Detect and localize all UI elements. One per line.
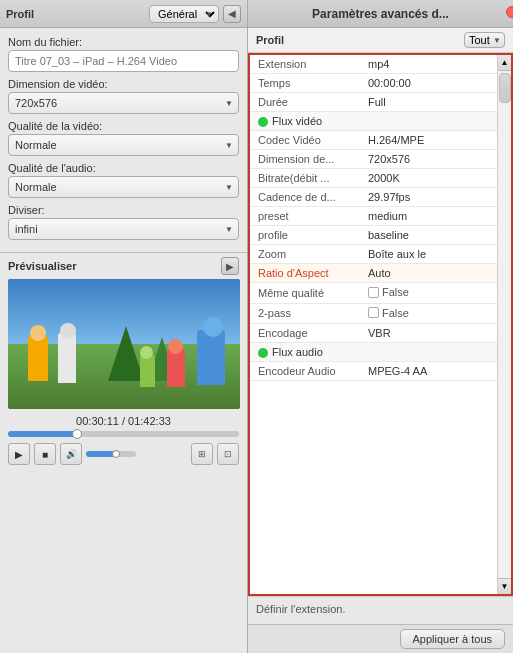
traffic-lights [506,6,513,18]
param-value: False [360,283,497,304]
param-key: Même qualité [250,283,360,304]
profil-dropdown[interactable]: Tout [464,32,505,48]
right-header: Paramètres avancés d... [248,0,513,28]
param-value: baseline [360,226,497,245]
left-arrow-icon: ◀ [228,8,236,19]
params-table-container: Extensionmp4Temps00:00:00DuréeFullFlux v… [248,53,513,596]
audio-qual-group: Qualité de l'audio: Normale [8,162,239,198]
filename-group: Nom du fichier: [8,36,239,72]
close-button[interactable] [506,6,513,18]
split-select-wrapper: infini [8,218,239,240]
progress-bar[interactable] [8,431,239,437]
time-display: 00:30:11 / 01:42:33 [0,415,247,427]
snapshot-button[interactable]: ⊞ [191,443,213,465]
divider [0,252,247,253]
preview-arrow-button[interactable]: ▶ [221,257,239,275]
left-arrow-button[interactable]: ◀ [223,5,241,23]
head-woody [30,325,46,341]
left-header: Profil Général ◀ [0,0,247,28]
table-row: profilebaseline [250,226,497,245]
bottom-actions: Appliquer à tous [248,624,513,653]
video-qual-select-wrapper: Normale [8,134,239,156]
table-row: 2-pass False [250,303,497,324]
section-header: Flux audio [250,343,497,362]
checkbox-unchecked[interactable] [368,287,379,298]
profil-select-wrapper: Général [149,5,219,23]
profil-label: Profil [6,8,149,20]
volume-icon: 🔊 [60,443,82,465]
params-table: Extensionmp4Temps00:00:00DuréeFullFlux v… [250,55,497,381]
head-4 [168,339,183,354]
stop-button[interactable]: ■ [34,443,56,465]
scroll-up-button[interactable]: ▲ [498,55,512,71]
video-dim-select-wrapper: 720x576 [8,92,239,114]
param-key: Zoom [250,245,360,264]
param-value: Full [360,93,497,112]
param-key: Codec Vidéo [250,131,360,150]
video-dim-select[interactable]: 720x576 [8,92,239,114]
checkbox-unchecked[interactable] [368,307,379,318]
char-3 [197,330,225,385]
video-qual-select[interactable]: Normale [8,134,239,156]
preview-section: Prévisualiser ▶ [8,257,239,409]
param-value: MPEG-4 AA [360,362,497,381]
video-dim-label: Dimension de vidéo: [8,78,239,90]
progress-area [8,431,239,443]
param-value: Boîte aux le [360,245,497,264]
table-row: Flux vidéo [250,112,497,131]
table-row: Extensionmp4 [250,55,497,74]
section-indicator [258,117,268,127]
param-key: Cadence de d... [250,188,360,207]
param-key: Encodeur Audio [250,362,360,381]
char-4 [167,349,185,387]
tree-1 [108,326,144,381]
volume-slider[interactable] [86,451,136,457]
split-group: Diviser: infini [8,204,239,240]
param-key: Temps [250,74,360,93]
filename-input[interactable] [8,50,239,72]
table-row: DuréeFull [250,93,497,112]
apply-all-button[interactable]: Appliquer à tous [400,629,506,649]
volume-thumb [112,450,120,458]
param-key: profile [250,226,360,245]
play-button[interactable]: ▶ [8,443,30,465]
table-row: Temps00:00:00 [250,74,497,93]
table-row: Codec VidéoH.264/MPE [250,131,497,150]
table-row: Cadence de d...29.97fps [250,188,497,207]
param-value: 00:00:00 [360,74,497,93]
char-woody [28,336,48,381]
param-key: Ratio d'Aspect [250,264,360,283]
param-key: Dimension de... [250,150,360,169]
scroll-down-button[interactable]: ▼ [498,578,512,594]
param-value: 2000K [360,169,497,188]
video-qual-label: Qualité de la vidéo: [8,120,239,132]
param-key: Encodage [250,324,360,343]
scrollbar: ▲ ▼ [497,55,511,594]
status-text: Définir l'extension. [248,596,513,624]
param-value: 29.97fps [360,188,497,207]
param-key: 2-pass [250,303,360,324]
preview-label: Prévisualiser [8,260,77,272]
param-key: preset [250,207,360,226]
scroll-thumb[interactable] [499,73,511,103]
preview-image [8,279,240,409]
param-value: H.264/MPE [360,131,497,150]
movie-scene [8,279,240,409]
table-row: Flux audio [250,343,497,362]
audio-qual-label: Qualité de l'audio: [8,162,239,174]
audio-qual-select[interactable]: Normale [8,176,239,198]
split-select[interactable]: infini [8,218,239,240]
table-row: Encodeur AudioMPEG-4 AA [250,362,497,381]
profil-bar-label: Profil [256,34,464,46]
param-key: Extension [250,55,360,74]
progress-thumb [72,429,82,439]
video-dim-group: Dimension de vidéo: 720x576 [8,78,239,114]
char-5 [140,355,155,387]
video-qual-group: Qualité de la vidéo: Normale [8,120,239,156]
head-3 [203,317,223,337]
profil-select[interactable]: Général [149,5,219,23]
table-row: Même qualité False [250,283,497,304]
table-row: Bitrate(débit ...2000K [250,169,497,188]
audio-qual-select-wrapper: Normale [8,176,239,198]
fullscreen-button[interactable]: ⊡ [217,443,239,465]
